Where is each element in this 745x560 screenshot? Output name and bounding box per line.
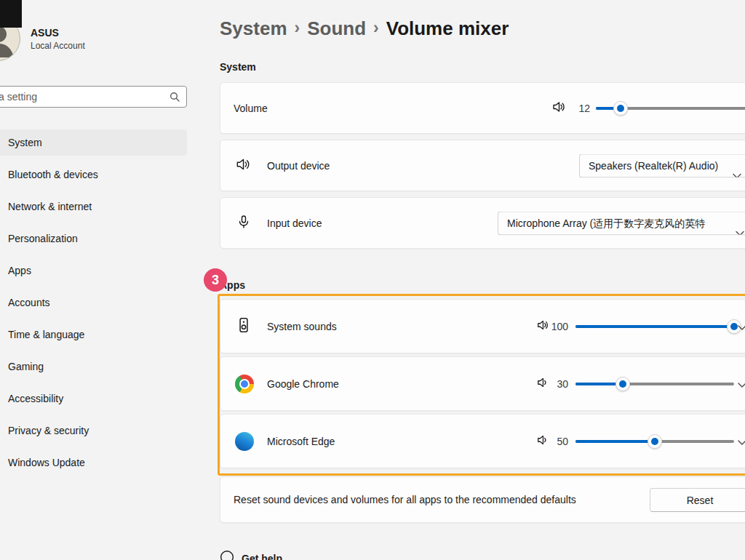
volume-value: 12 [570, 103, 590, 114]
account-type: Local Account [31, 41, 85, 51]
search-icon [170, 92, 180, 105]
edge-icon [235, 432, 254, 451]
reset-description: Reset sound devices and volumes for all … [234, 494, 576, 505]
breadcrumb-separator: › [373, 18, 379, 37]
breadcrumb-current-page: Volume mixer [386, 17, 509, 39]
expand-chevron-icon[interactable] [738, 320, 745, 333]
master-volume-slider[interactable] [596, 101, 745, 116]
output-device-label: Output device [267, 160, 330, 172]
system-section-heading: System [220, 61, 256, 73]
get-help-link[interactable]: Get help [220, 550, 282, 560]
input-device-combobox[interactable]: Microphone Array (适用于数字麦克风的英特 [498, 211, 745, 235]
output-device-combobox[interactable]: Speakers (Realtek(R) Audio) [579, 153, 745, 177]
app-volume-slider[interactable] [575, 319, 734, 334]
app-volume-slider[interactable] [575, 434, 734, 449]
system-sounds-icon [235, 316, 252, 337]
volume-speaker-icon[interactable] [551, 100, 566, 117]
chrome-icon [235, 375, 254, 393]
output-device-card: Output device Speakers (Realtek(R) Audio… [220, 140, 745, 191]
sidebar: ASUS Local Account System Bluetooth & de… [0, 0, 187, 560]
reset-card: Reset sound devices and volumes for all … [220, 476, 745, 523]
expand-chevron-icon[interactable] [738, 377, 745, 391]
app-name: Microsoft Edge [267, 436, 335, 447]
chevron-down-icon [736, 221, 744, 235]
sidebar-item-apps[interactable]: Apps [0, 257, 187, 284]
expand-chevron-icon[interactable] [738, 435, 745, 448]
app-volume-slider[interactable] [575, 377, 734, 391]
volume-label: Volume [234, 103, 268, 114]
breadcrumb: System›Sound›Volume mixer [220, 17, 509, 40]
sidebar-item-network-internet[interactable]: Network & internet [0, 193, 187, 220]
sidebar-item-bluetooth-devices[interactable]: Bluetooth & devices [0, 161, 187, 188]
annotation-step-badge: 3 [204, 268, 227, 292]
input-device-value: Microphone Array (适用于数字麦克风的英特 [507, 217, 705, 228]
breadcrumb-system[interactable]: System [220, 17, 287, 39]
sidebar-item-privacy-security[interactable]: Privacy & security [0, 417, 187, 444]
search-input[interactable] [0, 87, 186, 107]
app-volume-row-system-sounds: System sounds 100 [220, 299, 745, 353]
corner-artifact [0, 0, 22, 28]
settings-window: ASUS Local Account System Bluetooth & de… [0, 0, 745, 560]
volume-card: Volume 12 [220, 82, 745, 134]
output-device-value: Speakers (Realtek(R) Audio) [589, 159, 718, 171]
app-name: Google Chrome [267, 378, 339, 390]
sidebar-item-accessibility[interactable]: Accessibility [0, 385, 187, 412]
microphone-icon [236, 215, 251, 232]
breadcrumb-separator: › [295, 18, 300, 37]
user-name: ASUS [31, 27, 85, 39]
get-help-label: Get help [242, 553, 282, 560]
sidebar-item-gaming[interactable]: Gaming [0, 353, 187, 380]
output-speaker-icon [235, 156, 251, 175]
sidebar-item-accounts[interactable]: Accounts [0, 289, 187, 316]
reset-button[interactable]: Reset [650, 488, 745, 512]
app-volume-row-google-chrome: Google Chrome 30 [220, 356, 745, 411]
help-icon [220, 550, 234, 560]
chevron-down-icon [733, 164, 741, 177]
sidebar-nav: System Bluetooth & devices Network & int… [0, 129, 187, 481]
app-volume-value: 100 [548, 321, 568, 332]
input-device-card: Input device Microphone Array (适用于数字麦克风的… [220, 197, 745, 249]
app-name: System sounds [267, 321, 337, 332]
sidebar-item-personalization[interactable]: Personalization [0, 225, 187, 252]
app-volume-value: 30 [548, 378, 568, 390]
slider-handle[interactable] [615, 377, 630, 391]
app-volume-value: 50 [548, 436, 568, 447]
sidebar-item-windows-update[interactable]: Windows Update [0, 449, 187, 476]
slider-handle[interactable] [613, 101, 628, 116]
slider-fill [575, 440, 655, 443]
profile-text: ASUS Local Account [31, 27, 85, 51]
sidebar-item-time-language[interactable]: Time & language [0, 321, 187, 348]
slider-fill [575, 325, 734, 328]
app-volume-row-microsoft-edge: Microsoft Edge 50 [220, 414, 745, 468]
main-content: System›Sound›Volume mixer System Volume … [220, 0, 745, 560]
breadcrumb-sound[interactable]: Sound [307, 17, 366, 39]
slider-handle[interactable] [648, 434, 662, 449]
input-device-label: Input device [267, 217, 322, 229]
search-box [0, 86, 187, 108]
sidebar-item-system[interactable]: System [0, 129, 187, 156]
